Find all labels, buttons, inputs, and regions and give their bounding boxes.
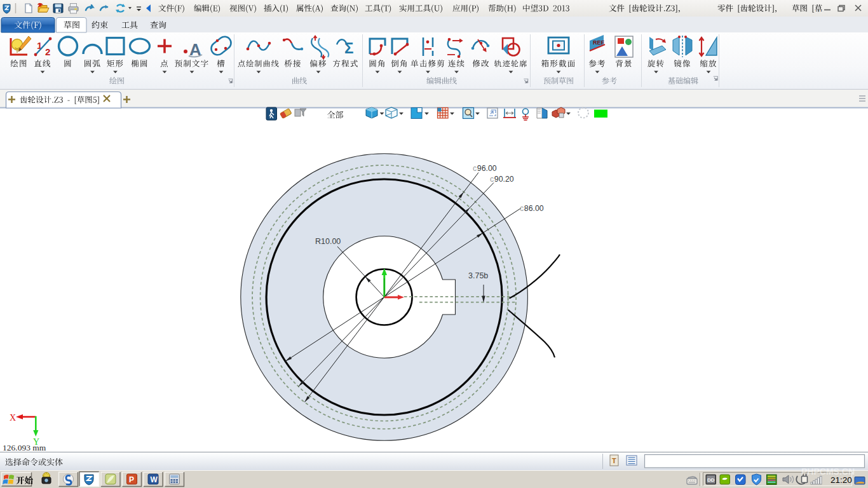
svg-text:X: X [10, 413, 16, 423]
svg-text:c: c [490, 175, 494, 184]
svg-text:T: T [612, 457, 616, 464]
svg-text:86.00: 86.00 [524, 204, 544, 213]
svg-text:21:20: 21:20 [831, 475, 852, 485]
svg-text:PHPCMS.CN: PHPCMS.CN [801, 466, 855, 477]
svg-text:R10.00: R10.00 [315, 237, 341, 246]
svg-text:96.00: 96.00 [477, 164, 497, 173]
svg-text:Σ: Σ [344, 39, 353, 57]
svg-text:126.093 mm: 126.093 mm [3, 443, 46, 452]
svg-text:DD: DD [707, 477, 715, 483]
svg-text:c: c [473, 164, 477, 173]
svg-text:W: W [151, 475, 158, 484]
svg-text:3.75b: 3.75b [468, 271, 488, 280]
svg-text:c: c [520, 204, 524, 213]
svg-text:…: … [815, 4, 823, 13]
svg-text:90.20: 90.20 [494, 175, 514, 184]
svg-text:2: 2 [45, 46, 50, 57]
svg-text:P: P [129, 475, 134, 484]
